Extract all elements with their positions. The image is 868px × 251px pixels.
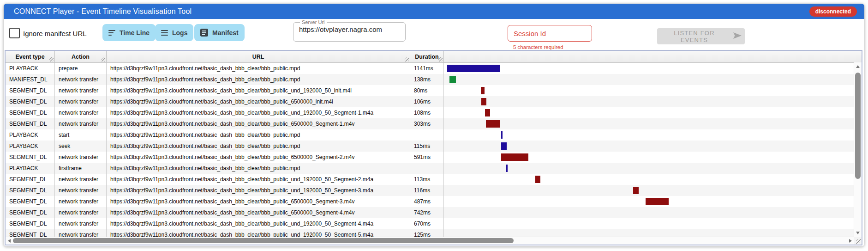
table-row[interactable]: SEGMENT_DL network transfer https://d3bq… <box>6 107 862 118</box>
url-cell: https://d3bqrzf9w11pn3.cloudfront.net/ba… <box>107 107 410 118</box>
url-cell: https://d3bqrzf9w11pn3.cloudfront.net/ba… <box>107 129 410 141</box>
server-url-label: Server Url <box>300 19 327 25</box>
duration-cell: 80ms <box>410 85 444 96</box>
action-cell: seek <box>55 141 107 152</box>
column-resize-grip-icon[interactable] <box>438 57 443 61</box>
timeline-chart-cell <box>444 63 862 74</box>
action-cell: network transfer <box>55 74 107 85</box>
column-header-action[interactable]: Action <box>55 51 107 62</box>
column-header-url[interactable]: URL <box>107 51 410 62</box>
timeline-bar <box>447 65 500 72</box>
duration-cell: 591ms <box>410 152 444 163</box>
connection-status-badge: disconnected <box>809 6 857 17</box>
resize-grip-icon[interactable] <box>856 239 861 244</box>
event-type-cell: SEGMENT_DL <box>6 107 55 118</box>
triangle-up-icon[interactable] <box>856 65 860 68</box>
timeline-chart-cell <box>444 218 862 229</box>
horizontal-scrollbar-thumb[interactable] <box>13 238 514 243</box>
table-row[interactable]: SEGMENT_DL network transfer https://d3bq… <box>6 174 862 185</box>
url-cell: https://d3bqrzf9w11pn3.cloudfront.net/ba… <box>107 196 410 207</box>
action-cell: prepare <box>55 63 107 74</box>
table-row[interactable]: PLAYBACK prepare https://d3bqrzf9w11pn3.… <box>6 63 862 74</box>
action-cell: firstframe <box>55 163 107 174</box>
column-header-duration[interactable]: Duration <box>410 51 444 62</box>
url-cell: https://d3bqrzf9w11pn3.cloudfront.net/ba… <box>107 218 410 229</box>
triangle-left-icon[interactable] <box>8 239 11 243</box>
timeline-chart-cell <box>444 107 862 118</box>
table-row[interactable]: MANIFEST_DL network transfer https://d3b… <box>6 74 862 85</box>
column-header-event-type[interactable]: Event type <box>6 51 55 62</box>
logs-tab-button[interactable]: Logs <box>155 24 193 41</box>
action-cell: network transfer <box>55 196 107 207</box>
logs-button-label: Logs <box>172 29 187 37</box>
page: CONNECT Player - Event Timeline Visualis… <box>0 0 868 251</box>
table-row[interactable]: PLAYBACK start https://d3bqrzf9w11pn3.cl… <box>6 129 862 141</box>
duration-cell: 742ms <box>410 207 444 218</box>
timeline-chart-cell <box>444 141 862 152</box>
vertical-scrollbar[interactable] <box>854 62 862 237</box>
table-row[interactable]: PLAYBACK seek https://d3bqrzf9w11pn3.clo… <box>6 141 862 152</box>
column-resize-grip-icon[interactable] <box>49 57 54 61</box>
column-resize-grip-icon[interactable] <box>405 57 409 61</box>
column-resize-grip-icon[interactable] <box>101 57 105 61</box>
timeline-chart-cell <box>444 129 862 141</box>
table-row[interactable]: SEGMENT_DL network transfer https://d3bq… <box>6 196 862 207</box>
event-type-cell: MANIFEST_DL <box>6 74 55 85</box>
timeline-bar <box>449 76 456 83</box>
timeline-chart-cell <box>444 196 862 207</box>
timeline-bar <box>486 120 500 128</box>
duration-cell: 303ms <box>410 118 444 129</box>
timeline-button-label: Time Line <box>120 29 150 37</box>
action-cell: network transfer <box>55 218 107 229</box>
duration-cell: 1141ms <box>410 63 444 74</box>
timeline-bar <box>481 98 486 105</box>
table-row[interactable]: SEGMENT_DL network transfer https://d3bq… <box>6 152 862 163</box>
listen-for-events-button[interactable]: LISTEN FOR EVENTS <box>657 28 745 44</box>
url-cell: https://d3bqrzf9w11pn3.cloudfront.net/ba… <box>107 118 410 129</box>
event-type-cell: SEGMENT_DL <box>6 174 55 185</box>
event-type-cell: SEGMENT_DL <box>6 218 55 229</box>
table-row[interactable]: SEGMENT_DL network transfer https://d3bq… <box>6 85 862 96</box>
listen-button-label: LISTEN FOR EVENTS <box>660 30 729 43</box>
app-header: CONNECT Player - Event Timeline Visualis… <box>4 4 864 19</box>
table-row[interactable]: SEGMENT_DL network transfer https://d3bq… <box>6 218 862 229</box>
event-type-cell: SEGMENT_DL <box>6 85 55 96</box>
server-url-field: Server Url <box>293 19 406 42</box>
ignore-manifest-checkbox[interactable] <box>9 28 20 38</box>
event-type-cell: SEGMENT_DL <box>6 152 55 163</box>
app-window: CONNECT Player - Event Timeline Visualis… <box>4 4 864 246</box>
duration-cell: 138ms <box>410 74 444 85</box>
table-body: PLAYBACK prepare https://d3bqrzf9w11pn3.… <box>6 63 862 240</box>
timeline-chart-cell <box>444 96 862 107</box>
url-cell: https://d3bqrzf9w11pn3.cloudfront.net/ba… <box>107 163 410 174</box>
manifest-tab-button[interactable]: Manifest <box>194 24 245 41</box>
triangle-down-icon[interactable] <box>856 232 860 234</box>
server-url-input[interactable] <box>298 25 401 33</box>
sort-lines-icon <box>108 30 115 36</box>
triangle-right-icon[interactable] <box>849 239 852 243</box>
timeline-chart-cell <box>444 174 862 185</box>
url-cell: https://d3bqrzf9w11pn3.cloudfront.net/ba… <box>107 85 410 96</box>
vertical-scrollbar-thumb[interactable] <box>855 73 861 179</box>
event-type-cell: SEGMENT_DL <box>6 196 55 207</box>
timeline-tab-button[interactable]: Time Line <box>102 24 156 41</box>
menu-lines-icon <box>161 30 168 36</box>
action-cell: network transfer <box>55 118 107 129</box>
action-cell: network transfer <box>55 185 107 196</box>
table-row[interactable]: SEGMENT_DL network transfer https://d3bq… <box>6 207 862 218</box>
page-title: CONNECT Player - Event Timeline Visualis… <box>11 7 809 16</box>
event-type-cell: PLAYBACK <box>6 129 55 141</box>
horizontal-scrollbar[interactable] <box>6 237 854 245</box>
table-row[interactable]: SEGMENT_DL network transfer https://d3bq… <box>6 118 862 129</box>
timeline-chart-cell <box>444 152 862 163</box>
table-row[interactable]: SEGMENT_DL network transfer https://d3bq… <box>6 185 862 196</box>
session-id-input[interactable] <box>508 25 592 42</box>
duration-cell <box>410 129 444 141</box>
table-row[interactable]: SEGMENT_DL network transfer https://d3bq… <box>6 96 862 107</box>
url-cell: https://d3bqrzf9w11pn3.cloudfront.net/ba… <box>107 174 410 185</box>
scrollbar-corner <box>854 237 862 245</box>
table-row[interactable]: PLAYBACK firstframe https://d3bqrzf9w11p… <box>6 163 862 174</box>
url-cell: https://d3bqrzf9w11pn3.cloudfront.net/ba… <box>107 96 410 107</box>
event-type-cell: PLAYBACK <box>6 141 55 152</box>
session-id-error: 5 characters required <box>513 44 563 50</box>
